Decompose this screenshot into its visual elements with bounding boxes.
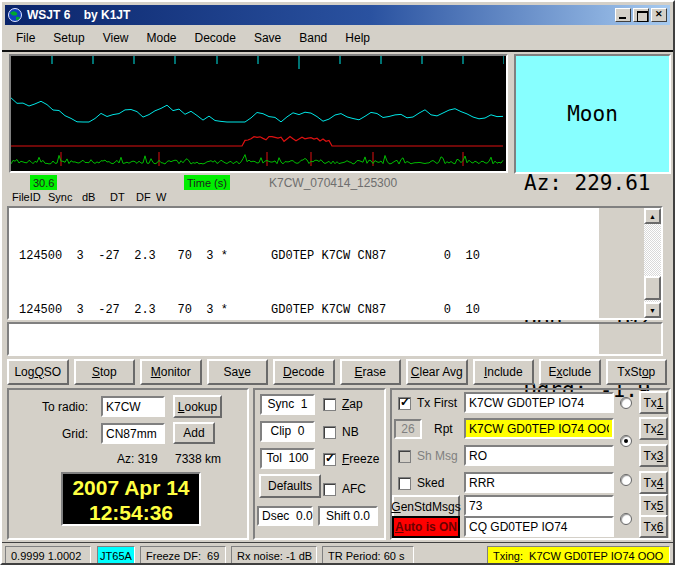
tx2-radio[interactable]: [620, 435, 632, 447]
afc-label: AFC: [342, 482, 366, 496]
txstop-button[interactable]: TxStop: [606, 359, 668, 385]
gen-std-msgs-button[interactable]: GenStdMsgs: [392, 495, 460, 518]
clear-avg-button[interactable]: Clear Avg: [406, 359, 468, 385]
sh-msg-row[interactable]: Sh Msg: [398, 449, 458, 463]
title-bar[interactable]: WSJT 6 by K1JT: [5, 5, 670, 25]
save-button[interactable]: Save: [207, 359, 269, 385]
action-button-row: Log QSO Stop Monitor Save Decode Erase C…: [7, 359, 667, 385]
time-axis-label: Time (s): [184, 175, 230, 190]
status-bar: 0.9999 1.0002 JT65A Freeze DF: 69 Rx noi…: [2, 542, 675, 565]
menu-help[interactable]: Help: [336, 29, 379, 47]
log-qso-button[interactable]: Log QSO: [7, 359, 69, 385]
tx2-button[interactable]: Tx2: [639, 417, 668, 440]
decode-line[interactable]: 124500 3 -27 2.3 70 3 * GD0TEP K7CW CN87…: [19, 247, 599, 265]
scale-label: 30.6: [30, 175, 57, 190]
decode-lines[interactable]: 124500 3 -27 2.3 70 3 * GD0TEP K7CW CN87…: [9, 208, 599, 318]
col-df: DF: [136, 191, 151, 203]
to-radio-input[interactable]: [101, 396, 165, 417]
scrollbar-thumb[interactable]: [644, 276, 661, 300]
menu-file[interactable]: File: [7, 29, 44, 47]
close-button[interactable]: [651, 8, 667, 22]
zap-checkbox[interactable]: [323, 398, 336, 411]
tx4-radio[interactable]: [620, 513, 632, 525]
average-lines[interactable]: 125300 2 2/20: [9, 324, 599, 354]
tx3-button[interactable]: Tx3: [639, 444, 668, 467]
sync-field[interactable]: Sync 1: [260, 394, 315, 415]
clip-field[interactable]: Clip 0: [260, 421, 315, 442]
sked-row[interactable]: Sked: [398, 476, 444, 490]
moon-az: Az: 229.61: [524, 172, 669, 195]
stop-button[interactable]: Stop: [74, 359, 136, 385]
menu-band[interactable]: Band: [290, 29, 336, 47]
lookup-button[interactable]: Lookup: [173, 395, 222, 418]
tx-message-2-input[interactable]: [464, 418, 614, 439]
monitor-button[interactable]: Monitor: [140, 359, 202, 385]
sh-msg-checkbox[interactable]: [398, 450, 411, 463]
dsec-field[interactable]: Dsec 0.0: [257, 506, 313, 526]
include-button[interactable]: Include: [473, 359, 535, 385]
clock-date: 2007 Apr 14: [63, 475, 199, 500]
tx6-button[interactable]: Tx6: [639, 515, 668, 538]
tx-first-checkbox[interactable]: [398, 397, 411, 410]
exclude-button[interactable]: Exclude: [539, 359, 601, 385]
sked-label: Sked: [417, 476, 444, 490]
rpt-field: 26: [394, 419, 422, 439]
afc-checkbox[interactable]: [323, 483, 336, 496]
grid-input[interactable]: [101, 423, 165, 444]
menu-decode[interactable]: Decode: [186, 29, 245, 47]
nb-checkbox-row[interactable]: NB: [323, 425, 359, 439]
col-dt: DT: [110, 191, 125, 203]
params-groupbox: Sync 1 Clip 0 Tol 100 Defaults Dsec 0.0 …: [253, 388, 386, 540]
add-button[interactable]: Add: [173, 422, 215, 444]
tx-first-row[interactable]: Tx First: [398, 396, 457, 410]
decode-text-area[interactable]: 124500 3 -27 2.3 70 3 * GD0TEP K7CW CN87…: [7, 206, 663, 320]
defaults-button[interactable]: Defaults: [259, 474, 321, 498]
tx1-button[interactable]: Tx1: [639, 391, 668, 414]
average-text-area[interactable]: 125300 2 2/20: [7, 322, 663, 356]
freeze-df-panel: Freeze DF: 69: [140, 546, 226, 565]
shift-field[interactable]: Shift 0.0: [318, 506, 378, 526]
distance-value: 7338 km: [175, 452, 221, 466]
tx1-radio[interactable]: [620, 397, 632, 409]
tx4-button[interactable]: Tx4: [639, 471, 668, 494]
afc-checkbox-row[interactable]: AFC: [323, 482, 366, 496]
sked-checkbox[interactable]: [398, 477, 411, 490]
spectrum-plot[interactable]: [9, 54, 508, 173]
tx-groupbox: Tx First Tx1 26 Rpt Tx2 Sh Msg Tx3 Sked: [390, 388, 671, 540]
wsjt-window: WSJT 6 by K1JT File Setup View Mode Deco…: [0, 0, 675, 565]
tx-message-6-input[interactable]: [464, 516, 614, 537]
tx3-radio[interactable]: [620, 474, 632, 486]
tx-message-4-input[interactable]: [464, 472, 614, 493]
menu-view[interactable]: View: [94, 29, 138, 47]
auto-on-button[interactable]: Auto is ON: [392, 516, 460, 538]
decode-scrollbar[interactable]: ▲ ▼: [644, 208, 661, 318]
scroll-up-icon[interactable]: ▲: [644, 208, 661, 224]
col-sync: Sync: [48, 191, 72, 203]
mode-panel: JT65A: [97, 546, 135, 565]
erase-button[interactable]: Erase: [340, 359, 402, 385]
minimize-button[interactable]: [615, 8, 631, 22]
tx-message-1-input[interactable]: [464, 392, 614, 413]
sh-msg-label: Sh Msg: [417, 449, 458, 463]
maximize-button[interactable]: [633, 8, 649, 22]
scroll-down-icon[interactable]: ▼: [644, 302, 661, 318]
tx-message-3-input[interactable]: [464, 445, 614, 466]
app-globe-icon: [8, 8, 22, 22]
tx5-button[interactable]: Tx5: [639, 494, 668, 517]
tol-field[interactable]: Tol 100: [260, 448, 315, 469]
menu-mode[interactable]: Mode: [138, 29, 186, 47]
freeze-checkbox-row[interactable]: Freeze: [323, 452, 379, 466]
grid-label: Grid:: [33, 427, 88, 441]
zap-checkbox-row[interactable]: Zap: [323, 397, 363, 411]
nb-checkbox[interactable]: [323, 426, 336, 439]
decode-area-gap: [599, 208, 644, 318]
tx-message-5-input[interactable]: [464, 495, 614, 516]
txing-panel: Txing: K7CW GD0TEP IO74 OOO: [487, 546, 670, 565]
rx-noise-panel: Rx noise: -1 dB: [231, 546, 317, 565]
zap-label: Zap: [342, 397, 363, 411]
decode-button[interactable]: Decode: [273, 359, 335, 385]
menu-save[interactable]: Save: [245, 29, 290, 47]
freeze-checkbox[interactable]: [323, 453, 336, 466]
menu-setup[interactable]: Setup: [44, 29, 93, 47]
decode-line[interactable]: 124500 3 -27 2.3 70 3 * GD0TEP K7CW CN87…: [19, 301, 599, 318]
